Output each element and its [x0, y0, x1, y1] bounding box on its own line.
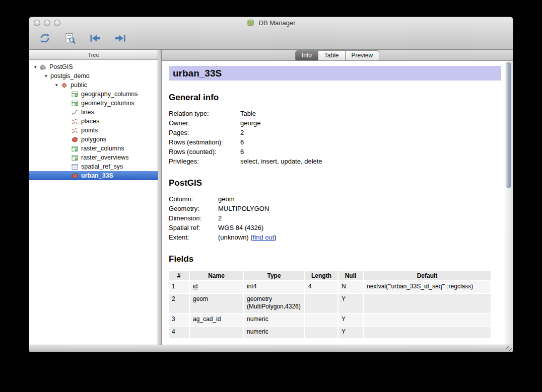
import-arrow-icon	[89, 32, 102, 46]
toolbar	[29, 29, 513, 49]
num-cell: 3	[169, 314, 189, 326]
name-cell	[190, 327, 243, 338]
disclosure-triangle-icon[interactable]: ▼	[33, 62, 40, 71]
tab-bar: InfoTablePreview	[162, 50, 513, 61]
tree-item-PostGIS[interactable]: ▼PostGIS	[29, 62, 158, 71]
info-value: 2	[218, 213, 222, 223]
tree-item-lines[interactable]: lines	[29, 108, 158, 117]
info-row: Rows (estimation):6	[169, 137, 501, 147]
tree-item-spatial_ref_sys[interactable]: spatial_ref_sys	[29, 162, 158, 171]
field-name-link[interactable]: id	[193, 283, 197, 290]
info-value: Table	[240, 109, 256, 118]
info-value: select, insert, update, delete	[240, 156, 322, 166]
fields-column-header: Length	[305, 271, 337, 280]
tab-info[interactable]: Info	[295, 50, 318, 60]
info-value: (unknown) (	[218, 232, 253, 242]
tree-item-polygons[interactable]: polygons	[29, 135, 158, 144]
info-label: Spatial ref:	[169, 223, 218, 232]
close-button[interactable]	[34, 20, 40, 26]
tree-item-raster_overviews[interactable]: raster_overviews	[29, 153, 158, 162]
info-value: geom	[218, 194, 235, 204]
minimize-button[interactable]	[44, 20, 50, 26]
tab-preview[interactable]: Preview	[346, 50, 380, 60]
fields-body: 1idint44Nnextval('"urban_33S_id_seq"'::r…	[169, 281, 491, 338]
tree-item-geography_columns[interactable]: geography_columns	[29, 90, 158, 99]
geo-table-icon	[72, 154, 80, 161]
default-cell: nextval('"urban_33S_id_seq"'::regclass)	[364, 281, 491, 293]
tree-item-public[interactable]: ▼public	[29, 81, 158, 90]
info-label: Relation type:	[169, 109, 240, 118]
tree-item-label: geometry_columns	[81, 99, 134, 108]
vertical-scrollbar[interactable]	[505, 61, 513, 345]
general-info-heading: General info	[169, 93, 501, 103]
resize-grip[interactable]	[506, 346, 512, 351]
length-cell	[305, 294, 337, 313]
tab-table[interactable]: Table	[318, 50, 346, 60]
info-label: Pages:	[169, 128, 240, 137]
info-row: Rows (counted):6	[169, 147, 501, 156]
polygon-icon	[72, 136, 80, 143]
refresh-button[interactable]	[36, 31, 54, 47]
find-out-link[interactable]: find out	[253, 232, 275, 242]
info-value: george	[240, 118, 260, 128]
main-area: Tree ▼PostGIS▼postgis_demo▼publicgeograp…	[29, 50, 513, 345]
refresh-icon	[39, 32, 51, 46]
fields-column-header: Name	[190, 271, 243, 280]
type-cell: int4	[244, 281, 304, 293]
tree-item-geometry_columns[interactable]: geometry_columns	[29, 99, 158, 108]
tree-item-label: points	[81, 126, 98, 135]
import-layer-button[interactable]	[86, 31, 104, 47]
splitter-handle[interactable]	[158, 50, 162, 345]
tree-item-places[interactable]: places	[29, 117, 158, 126]
disclosure-triangle-icon[interactable]: ▼	[44, 71, 50, 81]
tree-list[interactable]: ▼PostGIS▼postgis_demo▼publicgeography_co…	[29, 60, 158, 345]
info-row: Column:geom	[169, 194, 501, 204]
default-cell	[364, 314, 491, 326]
name-cell: id	[190, 281, 243, 293]
info-label: Rows (estimation):	[169, 137, 240, 147]
info-value: MULTIPOLYGON	[218, 204, 269, 213]
sql-window-button[interactable]	[61, 31, 79, 47]
num-cell: 4	[169, 327, 189, 338]
table-title-banner: urban_33S	[169, 66, 501, 81]
info-value: WGS 84 (4326)	[218, 223, 263, 232]
null-cell: N	[338, 281, 363, 293]
length-cell: 4	[305, 281, 337, 293]
null-cell: Y	[338, 294, 363, 313]
type-cell: geometry (MultiPolygon,4326)	[244, 294, 304, 313]
type-cell: numeric	[244, 327, 304, 338]
tree-item-raster_columns[interactable]: raster_columns	[29, 144, 158, 153]
tree-item-label: spatial_ref_sys	[81, 162, 123, 171]
tree-item-label: public	[71, 81, 87, 90]
window-chrome: DB Manager	[29, 17, 513, 50]
tree-item-label: lines	[81, 108, 94, 117]
polygon-icon	[72, 173, 80, 179]
disclosure-triangle-icon[interactable]: ▼	[54, 81, 61, 90]
info-label: Extent:	[169, 232, 218, 242]
geo-table-icon	[72, 91, 80, 98]
info-value-suffix: )	[274, 232, 276, 242]
scrollbar-thumb[interactable]	[506, 62, 511, 188]
null-cell: Y	[338, 327, 363, 338]
default-cell	[364, 294, 491, 313]
info-label: Privileges:	[169, 156, 240, 166]
zoom-button[interactable]	[54, 20, 60, 26]
info-value: 6	[240, 147, 244, 156]
tree-item-points[interactable]: points	[29, 126, 158, 135]
window-title: DB Manager	[259, 19, 296, 27]
db-manager-window: DB Manager	[29, 17, 513, 352]
schema-icon	[61, 82, 69, 89]
export-layer-button[interactable]	[111, 31, 129, 47]
table-row: 1idint44Nnextval('"urban_33S_id_seq"'::r…	[169, 281, 491, 293]
tree-item-postgis_demo[interactable]: ▼postgis_demo	[29, 71, 158, 81]
window-controls	[34, 20, 60, 26]
tree-item-label: urban_33S	[81, 171, 113, 180]
tree-item-urban_33S[interactable]: urban_33S	[29, 171, 158, 180]
geo-table-icon	[72, 100, 80, 107]
null-cell: Y	[338, 314, 363, 326]
points-icon	[72, 118, 80, 125]
title-bar[interactable]: DB Manager	[29, 17, 513, 29]
table-row: 2geomgeometry (MultiPolygon,4326)Y	[169, 294, 491, 313]
num-cell: 1	[169, 281, 189, 293]
info-label: Owner:	[169, 118, 240, 128]
